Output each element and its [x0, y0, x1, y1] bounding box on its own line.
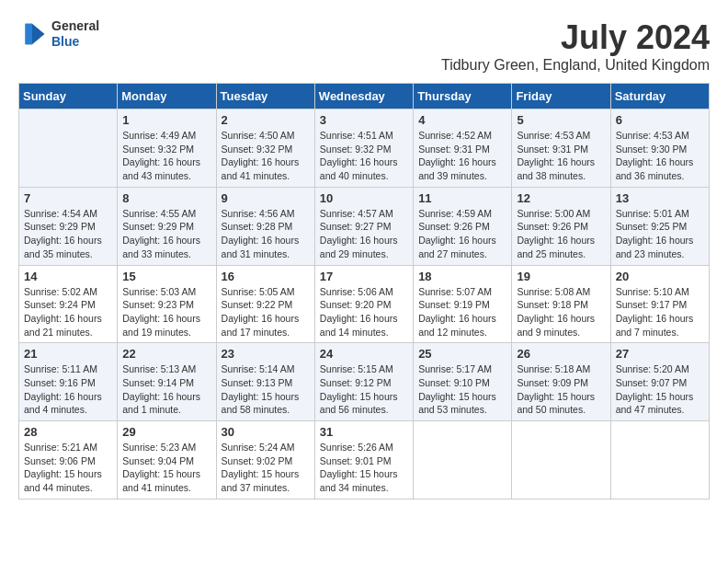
logo: General Blue [18, 18, 99, 50]
day-number: 30 [222, 425, 310, 439]
day-number: 9 [222, 191, 310, 205]
calendar-cell [512, 421, 610, 500]
logo-icon [18, 20, 46, 48]
calendar-cell: 28Sunrise: 5:21 AMSunset: 9:06 PMDayligh… [19, 421, 118, 500]
calendar-cell: 11Sunrise: 4:59 AMSunset: 9:26 PMDayligh… [414, 187, 512, 265]
day-info: Sunrise: 4:49 AMSunset: 9:32 PMDaylight:… [122, 129, 210, 183]
day-number: 1 [122, 113, 210, 127]
day-number: 25 [418, 347, 506, 361]
day-number: 19 [517, 270, 605, 283]
calendar-cell: 8Sunrise: 4:55 AMSunset: 9:29 PMDaylight… [118, 187, 216, 265]
month-year-title: July 2024 [441, 18, 710, 57]
calendar-cell: 7Sunrise: 4:54 AMSunset: 9:29 PMDaylight… [19, 187, 118, 265]
day-info: Sunrise: 4:51 AMSunset: 9:32 PMDaylight:… [320, 129, 408, 183]
calendar-header-row: Sunday Monday Tuesday Wednesday Thursday… [19, 84, 710, 109]
header-sunday: Sunday [19, 84, 118, 109]
calendar-week-row: 7Sunrise: 4:54 AMSunset: 9:29 PMDaylight… [19, 187, 710, 265]
day-info: Sunrise: 5:01 AMSunset: 9:25 PMDaylight:… [616, 207, 704, 261]
day-info: Sunrise: 5:15 AMSunset: 9:12 PMDaylight:… [320, 362, 408, 417]
calendar-week-row: 28Sunrise: 5:21 AMSunset: 9:06 PMDayligh… [19, 421, 710, 500]
day-number: 5 [517, 113, 605, 127]
day-number: 2 [222, 113, 310, 127]
calendar-cell: 29Sunrise: 5:23 AMSunset: 9:04 PMDayligh… [118, 421, 216, 500]
day-info: Sunrise: 4:56 AMSunset: 9:28 PMDaylight:… [222, 207, 310, 261]
day-number: 23 [222, 347, 310, 361]
calendar-cell: 14Sunrise: 5:02 AMSunset: 9:24 PMDayligh… [19, 265, 118, 343]
calendar-cell: 21Sunrise: 5:11 AMSunset: 9:16 PMDayligh… [19, 343, 118, 421]
page-header: General Blue July 2024 Tidbury Green, En… [18, 18, 710, 74]
calendar-table: Sunday Monday Tuesday Wednesday Thursday… [18, 83, 710, 500]
calendar-week-row: 21Sunrise: 5:11 AMSunset: 9:16 PMDayligh… [19, 343, 710, 421]
calendar-cell: 26Sunrise: 5:18 AMSunset: 9:09 PMDayligh… [512, 343, 610, 421]
day-info: Sunrise: 4:59 AMSunset: 9:26 PMDaylight:… [418, 207, 506, 261]
day-number: 11 [418, 191, 506, 205]
day-number: 29 [122, 425, 210, 439]
day-number: 15 [122, 270, 210, 283]
calendar-week-row: 14Sunrise: 5:02 AMSunset: 9:24 PMDayligh… [19, 265, 710, 343]
day-info: Sunrise: 5:00 AMSunset: 9:26 PMDaylight:… [517, 207, 605, 261]
day-info: Sunrise: 5:07 AMSunset: 9:19 PMDaylight:… [418, 285, 506, 339]
day-info: Sunrise: 5:23 AMSunset: 9:04 PMDaylight:… [122, 441, 210, 495]
calendar-cell: 10Sunrise: 4:57 AMSunset: 9:27 PMDayligh… [314, 187, 413, 265]
calendar-cell: 23Sunrise: 5:14 AMSunset: 9:13 PMDayligh… [216, 343, 314, 421]
calendar-cell: 15Sunrise: 5:03 AMSunset: 9:23 PMDayligh… [118, 265, 216, 343]
day-info: Sunrise: 5:05 AMSunset: 9:22 PMDaylight:… [222, 285, 310, 339]
day-info: Sunrise: 4:54 AMSunset: 9:29 PMDaylight:… [24, 207, 112, 261]
day-number: 31 [320, 425, 408, 439]
day-info: Sunrise: 4:55 AMSunset: 9:29 PMDaylight:… [122, 207, 210, 261]
day-info: Sunrise: 4:50 AMSunset: 9:32 PMDaylight:… [222, 129, 310, 183]
day-number: 20 [616, 270, 704, 283]
calendar-cell: 5Sunrise: 4:53 AMSunset: 9:31 PMDaylight… [512, 109, 610, 188]
calendar-cell [414, 421, 512, 500]
header-monday: Monday [118, 84, 216, 109]
day-number: 17 [320, 270, 408, 283]
calendar-cell: 4Sunrise: 4:52 AMSunset: 9:31 PMDaylight… [414, 109, 512, 188]
calendar-cell: 16Sunrise: 5:05 AMSunset: 9:22 PMDayligh… [216, 265, 314, 343]
logo-text: General Blue [51, 18, 99, 50]
calendar-cell: 6Sunrise: 4:53 AMSunset: 9:30 PMDaylight… [610, 109, 709, 188]
day-number: 26 [517, 347, 605, 361]
day-info: Sunrise: 5:11 AMSunset: 9:16 PMDaylight:… [24, 362, 112, 417]
day-info: Sunrise: 5:26 AMSunset: 9:01 PMDaylight:… [320, 441, 408, 495]
calendar-cell: 27Sunrise: 5:20 AMSunset: 9:07 PMDayligh… [610, 343, 709, 421]
header-saturday: Saturday [610, 84, 709, 109]
calendar-cell: 20Sunrise: 5:10 AMSunset: 9:17 PMDayligh… [610, 265, 709, 343]
header-thursday: Thursday [414, 84, 512, 109]
day-info: Sunrise: 4:53 AMSunset: 9:30 PMDaylight:… [616, 129, 704, 183]
logo-general: General [51, 18, 99, 34]
day-info: Sunrise: 5:08 AMSunset: 9:18 PMDaylight:… [517, 285, 605, 339]
day-number: 12 [517, 191, 605, 205]
day-info: Sunrise: 5:02 AMSunset: 9:24 PMDaylight:… [24, 285, 112, 339]
calendar-cell: 12Sunrise: 5:00 AMSunset: 9:26 PMDayligh… [512, 187, 610, 265]
calendar-cell [19, 109, 118, 188]
day-number: 10 [320, 191, 408, 205]
day-info: Sunrise: 5:20 AMSunset: 9:07 PMDaylight:… [616, 362, 704, 417]
day-info: Sunrise: 5:10 AMSunset: 9:17 PMDaylight:… [616, 285, 704, 339]
day-number: 14 [24, 270, 112, 283]
day-info: Sunrise: 5:24 AMSunset: 9:02 PMDaylight:… [222, 441, 310, 495]
calendar-cell: 31Sunrise: 5:26 AMSunset: 9:01 PMDayligh… [314, 421, 413, 500]
day-info: Sunrise: 5:13 AMSunset: 9:14 PMDaylight:… [122, 362, 210, 417]
calendar-cell: 24Sunrise: 5:15 AMSunset: 9:12 PMDayligh… [314, 343, 413, 421]
day-number: 21 [24, 347, 112, 361]
day-number: 8 [122, 191, 210, 205]
day-info: Sunrise: 5:14 AMSunset: 9:13 PMDaylight:… [222, 362, 310, 417]
calendar-cell: 19Sunrise: 5:08 AMSunset: 9:18 PMDayligh… [512, 265, 610, 343]
day-info: Sunrise: 5:21 AMSunset: 9:06 PMDaylight:… [24, 441, 112, 495]
day-info: Sunrise: 4:53 AMSunset: 9:31 PMDaylight:… [517, 129, 605, 183]
day-info: Sunrise: 4:52 AMSunset: 9:31 PMDaylight:… [418, 129, 506, 183]
logo-blue: Blue [51, 34, 99, 50]
day-number: 27 [616, 347, 704, 361]
day-info: Sunrise: 4:57 AMSunset: 9:27 PMDaylight:… [320, 207, 408, 261]
day-number: 6 [616, 113, 704, 127]
day-number: 13 [616, 191, 704, 205]
day-info: Sunrise: 5:06 AMSunset: 9:20 PMDaylight:… [320, 285, 408, 339]
calendar-cell: 3Sunrise: 4:51 AMSunset: 9:32 PMDaylight… [314, 109, 413, 188]
day-number: 22 [122, 347, 210, 361]
calendar-cell: 22Sunrise: 5:13 AMSunset: 9:14 PMDayligh… [118, 343, 216, 421]
header-tuesday: Tuesday [216, 84, 314, 109]
day-number: 24 [320, 347, 408, 361]
day-number: 16 [222, 270, 310, 283]
calendar-cell [610, 421, 709, 500]
calendar-cell: 17Sunrise: 5:06 AMSunset: 9:20 PMDayligh… [314, 265, 413, 343]
